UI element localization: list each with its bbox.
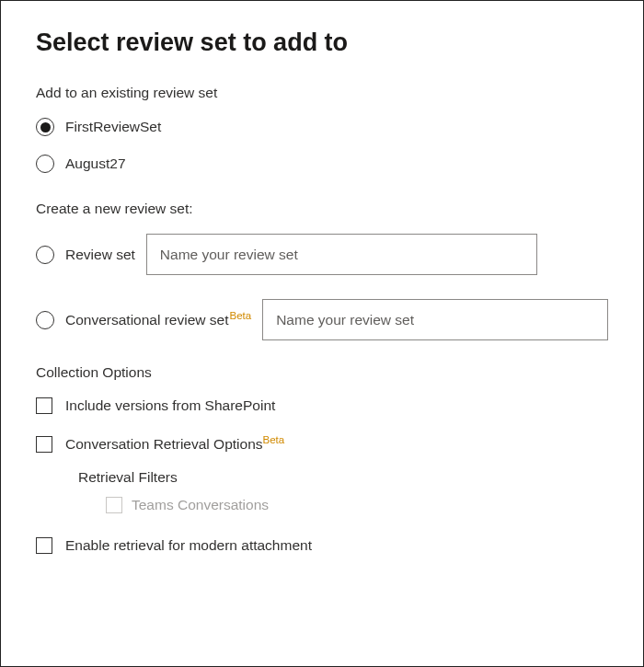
existing-section-label: Add to an existing review set	[36, 85, 608, 101]
radio-label: Review set	[65, 247, 135, 263]
checkbox-label: Conversation Retrieval Options Beta	[65, 436, 284, 453]
radio-icon	[36, 311, 54, 329]
checkbox-teams-conversations: Teams Conversations	[106, 497, 608, 513]
review-set-name-input[interactable]	[146, 234, 537, 275]
radio-icon	[36, 155, 54, 173]
radio-icon	[36, 118, 54, 136]
beta-badge: Beta	[263, 434, 285, 445]
checkbox-icon	[36, 436, 52, 453]
checkbox-modern-attachment[interactable]: Enable retrieval for modern attachment	[36, 537, 608, 554]
checkbox-include-versions[interactable]: Include versions from SharePoint	[36, 397, 608, 414]
checkbox-icon	[36, 397, 52, 414]
page-title: Select review set to add to	[36, 29, 608, 57]
radio-option-first-review-set[interactable]: FirstReviewSet	[36, 118, 608, 136]
conversational-review-set-name-input[interactable]	[262, 299, 608, 340]
create-section-label: Create a new review set:	[36, 201, 608, 217]
radio-label: FirstReviewSet	[65, 119, 161, 135]
checkbox-label: Teams Conversations	[132, 497, 269, 513]
checkbox-icon	[106, 497, 122, 513]
radio-option-conversational-review-set[interactable]: Conversational review set Beta	[36, 299, 608, 340]
radio-icon	[36, 246, 54, 264]
radio-label: August27	[65, 155, 126, 172]
checkbox-label: Include versions from SharePoint	[65, 397, 275, 414]
checkbox-label: Enable retrieval for modern attachment	[65, 537, 312, 554]
radio-option-review-set[interactable]: Review set	[36, 234, 608, 275]
radio-label: Conversational review set	[65, 312, 228, 328]
radio-option-august27[interactable]: August27	[36, 155, 608, 173]
beta-badge: Beta	[229, 310, 251, 321]
retrieval-filters-heading: Retrieval Filters	[78, 469, 608, 486]
checkbox-icon	[36, 537, 52, 554]
retrieval-filters-section: Retrieval Filters Teams Conversations	[78, 469, 608, 513]
collection-options-label: Collection Options	[36, 364, 608, 381]
checkbox-conversation-retrieval[interactable]: Conversation Retrieval Options Beta	[36, 436, 608, 453]
